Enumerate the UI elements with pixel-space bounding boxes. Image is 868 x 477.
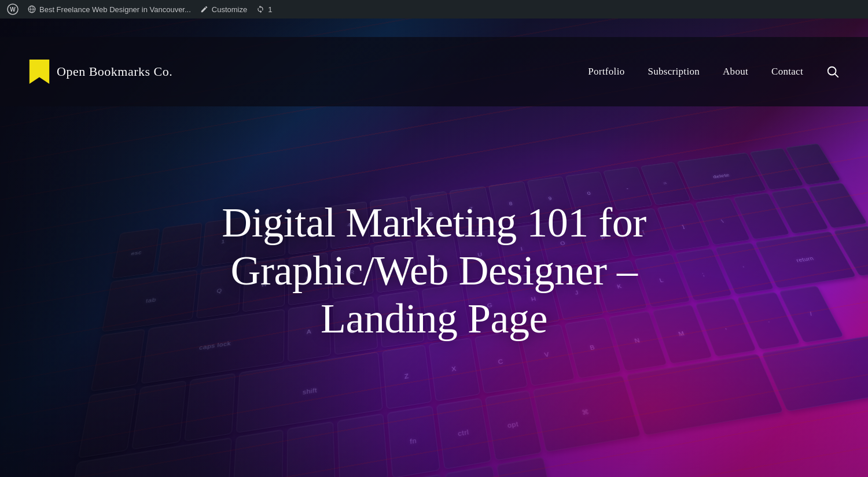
hero-title: Digital Marketing 101 for Graphic/Web De… <box>197 199 671 342</box>
update-count: 1 <box>268 5 272 14</box>
hero-content: Digital Marketing 101 for Graphic/Web De… <box>174 199 694 342</box>
svg-text:W: W <box>10 6 16 13</box>
nav-contact[interactable]: Contact <box>771 66 803 77</box>
admin-bar: W Best Freelance Web Designer in Vancouv… <box>0 0 868 19</box>
globe-icon <box>28 5 36 13</box>
customize-item[interactable]: Customize <box>200 5 247 14</box>
bookmark-icon <box>29 60 50 84</box>
update-icon <box>256 5 264 13</box>
svg-point-6 <box>828 67 836 75</box>
customize-label: Customize <box>212 5 247 14</box>
site-label-text: Best Freelance Web Designer in Vancouver… <box>39 5 191 14</box>
site-header: Open Bookmarks Co. Portfolio Subscriptio… <box>0 37 868 106</box>
site-title-text: Open Bookmarks Co. <box>57 64 172 79</box>
update-item[interactable]: 1 <box>256 5 272 14</box>
main-nav: Portfolio Subscription About Contact <box>588 65 839 78</box>
svg-line-7 <box>835 74 838 77</box>
wp-logo-item[interactable]: W <box>7 3 19 15</box>
site-logo[interactable]: Open Bookmarks Co. <box>29 60 172 84</box>
site-label-item[interactable]: Best Freelance Web Designer in Vancouver… <box>28 5 191 14</box>
search-button[interactable] <box>826 65 839 78</box>
svg-marker-5 <box>30 60 49 84</box>
nav-about[interactable]: About <box>723 66 748 77</box>
nav-portfolio[interactable]: Portfolio <box>588 66 624 77</box>
search-icon <box>826 65 839 78</box>
wordpress-icon: W <box>7 3 19 15</box>
pencil-icon <box>200 5 208 13</box>
nav-subscription[interactable]: Subscription <box>648 66 700 77</box>
hero-section: esc 1 2 3 4 5 6 7 8 9 0 - = delete tab Q… <box>0 19 868 477</box>
